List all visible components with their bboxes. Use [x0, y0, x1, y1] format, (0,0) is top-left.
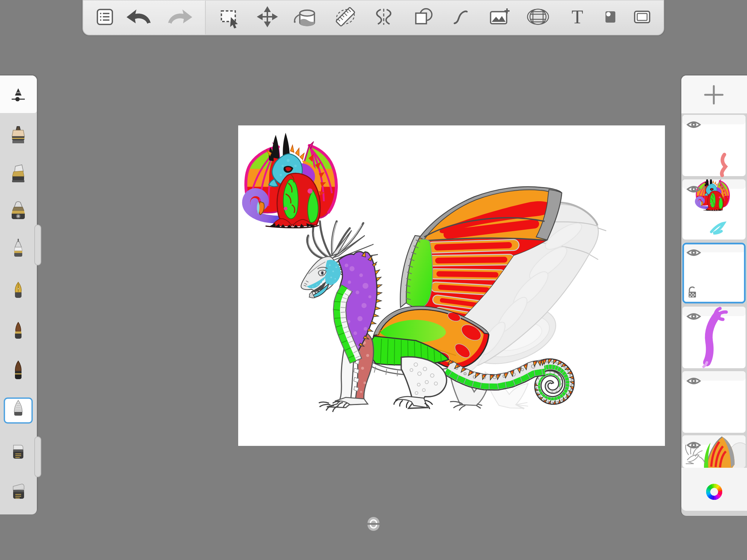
svg-text:T: T [572, 7, 583, 27]
